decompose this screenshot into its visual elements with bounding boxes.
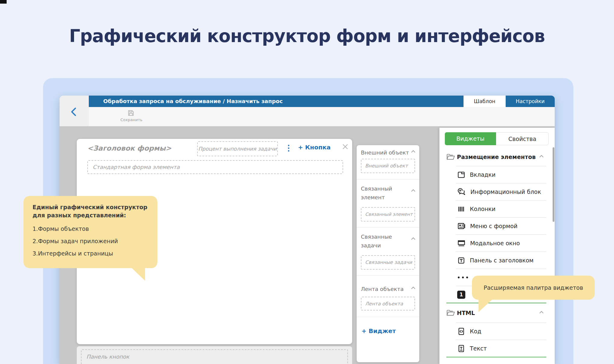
group-html[interactable]: HTML	[446, 308, 546, 319]
folder-open-icon	[446, 309, 455, 317]
section-add-widget: + Виджет	[357, 317, 419, 362]
linked-tasks-placeholder[interactable]: Связанные задачи	[361, 255, 415, 270]
close-icon[interactable]	[342, 143, 349, 150]
widget-item-menu-with-form[interactable]: Меню с формой	[456, 217, 546, 234]
chevron-up-icon[interactable]	[411, 286, 416, 289]
add-widget-button[interactable]: + Виджет	[361, 327, 396, 335]
task-progress-placeholder[interactable]: Процент выполнения задачи	[197, 141, 278, 156]
widget-item-modal-window[interactable]: Модальное окно	[456, 234, 546, 252]
sidebar-tab-widgets[interactable]: Виджеты	[445, 132, 496, 145]
page-title: Графический конструктор форм и интерфейс…	[0, 26, 614, 46]
callout-item: 3.Интерфейсы и страницы	[33, 247, 148, 260]
code-icon	[457, 327, 465, 335]
callout-right: Расширяемая палитра виджетов	[472, 276, 595, 300]
save-button[interactable]: Сохранить	[120, 109, 141, 122]
group-title: Размещение элементов	[457, 154, 536, 160]
widgets-sidebar: Виджеты Свойства Размещение элементов Вк…	[439, 128, 555, 364]
buttons-panel-placeholder[interactable]: Панель кнопок	[81, 349, 348, 364]
columns-icon	[457, 205, 465, 213]
save-floppy-icon	[127, 109, 135, 117]
section-linked-element: Связанный элемент Связанный элемент	[357, 179, 419, 228]
screen-corner-artifact	[0, 0, 7, 4]
chevron-up-icon[interactable]	[411, 150, 416, 153]
more-dots-icon	[457, 276, 469, 279]
chevron-up-icon[interactable]	[411, 237, 416, 240]
chevron-up-icon	[539, 311, 544, 314]
kebab-menu-icon[interactable]	[286, 143, 292, 154]
widget-item-label: Меню с формой	[470, 223, 517, 229]
info-block-icon	[457, 188, 466, 196]
widget-item-label: Вкладки	[470, 171, 495, 178]
widget-item-label: Модальное окно	[470, 240, 520, 246]
drop-indicator-line	[446, 357, 546, 357]
number-one-icon: 1	[457, 291, 465, 299]
callout-item: 1.Формы объектов	[33, 223, 148, 235]
section-object-feed: Лента объекта Лента объекта	[357, 276, 419, 317]
toolbar: Сохранить	[89, 107, 555, 126]
standard-form-placeholder[interactable]: Стандартная форма элемента	[87, 160, 343, 174]
widget-item-text[interactable]: Текст	[456, 340, 546, 357]
form-title-placeholder[interactable]: <Заголовок формы>	[87, 144, 172, 152]
titled-panel-icon	[457, 256, 465, 265]
widget-item-tabs[interactable]: Вкладки	[456, 166, 546, 183]
section-title[interactable]: Связанный элемент	[361, 184, 409, 202]
chevron-up-icon[interactable]	[411, 189, 416, 192]
group-layout-elements[interactable]: Размещение элементов	[446, 152, 546, 163]
back-button[interactable]	[60, 96, 89, 126]
breadcrumb: Обработка запроса на обслуживание / Назн…	[103, 96, 283, 107]
section-linked-tasks: Связанные задачи Связанные задачи	[357, 228, 419, 276]
section-title[interactable]: Связанные задачи	[361, 232, 409, 250]
tabs-icon	[457, 171, 465, 179]
widget-item-label: Информационный блок	[470, 188, 541, 195]
callout-item: 2.Формы задач приложений	[33, 235, 148, 247]
widget-item-titled-panel[interactable]: Панель с заголовком	[456, 252, 546, 269]
widget-item-label: Текст	[470, 345, 487, 352]
widget-item-label: Код	[470, 328, 481, 335]
text-icon	[457, 344, 465, 353]
widget-item-label: Панель с заголовком	[470, 257, 534, 264]
external-object-placeholder[interactable]: Внешний объект	[361, 159, 415, 173]
section-title[interactable]: Лента объекта	[361, 285, 409, 293]
widget-item-columns[interactable]: Колонки	[456, 200, 546, 217]
group-title: HTML	[457, 310, 475, 316]
chevron-left-icon	[69, 106, 79, 117]
sidebar-scrollbar[interactable]	[553, 147, 554, 222]
widget-item-code[interactable]: Код	[456, 323, 546, 340]
callout-heading: Единый графический конструктор для разны…	[33, 203, 148, 219]
widget-item-info-block[interactable]: Информационный блок	[456, 183, 546, 200]
drop-indicator-line	[446, 303, 546, 303]
section-external-object: Внешний объект Внешний объект	[357, 145, 419, 179]
menu-form-icon	[457, 222, 466, 230]
widget-item-label: Колонки	[470, 206, 495, 212]
tab-settings[interactable]: Настройки	[506, 96, 555, 107]
callout-left: Единый графический конструктор для разны…	[23, 196, 157, 268]
save-button-label: Сохранить	[120, 118, 141, 122]
section-title[interactable]: Внешний объект	[361, 148, 409, 157]
buttons-panel: Панель кнопок	[77, 346, 352, 364]
tab-template[interactable]: Шаблон	[464, 96, 506, 107]
form-widgets-column: Внешний объект Внешний объект Связанный …	[357, 145, 419, 362]
modal-window-icon	[457, 239, 466, 247]
window-title-bar: Обработка запроса на обслуживание / Назн…	[89, 96, 464, 107]
linked-element-placeholder[interactable]: Связанный элемент	[361, 207, 415, 222]
folder-open-icon	[446, 153, 455, 161]
object-feed-placeholder[interactable]: Лента объекта	[361, 297, 415, 310]
sidebar-tab-properties[interactable]: Свойства	[496, 132, 549, 145]
add-button-button[interactable]: + Кнопка	[298, 144, 331, 151]
group-html-list: Код Текст	[456, 323, 546, 357]
chevron-up-icon	[539, 155, 544, 158]
